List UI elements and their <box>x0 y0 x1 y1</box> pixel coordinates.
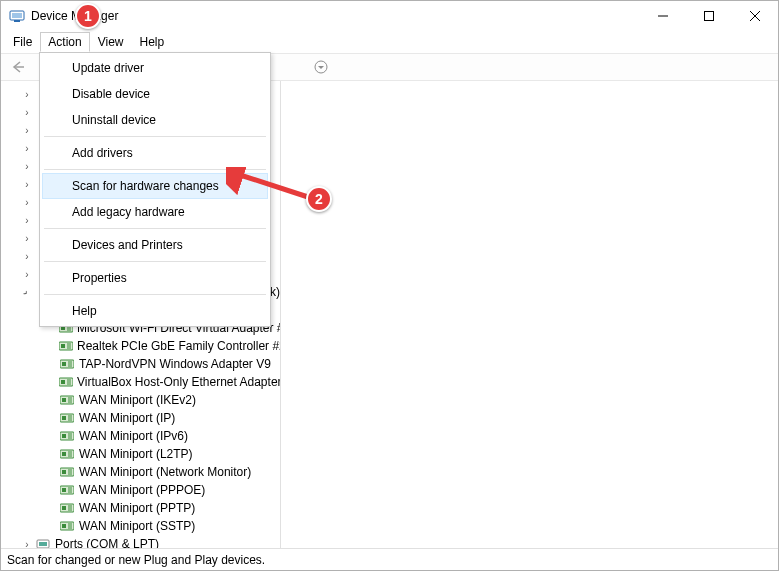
menu-view[interactable]: View <box>90 32 132 52</box>
ports-icon <box>35 537 51 548</box>
device-label: WAN Miniport (IPv6) <box>79 429 188 443</box>
svg-rect-41 <box>62 416 66 420</box>
action-menu-dropdown: Update driver Disable device Uninstall d… <box>39 52 271 327</box>
tree-device-item[interactable]: WAN Miniport (SSTP) <box>1 517 280 535</box>
tree-device-item[interactable]: Realtek PCIe GbE Family Controller #2 <box>1 337 280 355</box>
chevron-down-icon[interactable]: › <box>19 284 34 299</box>
network-adapter-icon <box>59 483 75 497</box>
svg-rect-51 <box>62 452 66 456</box>
menu-separator <box>44 136 266 137</box>
tree-device-item[interactable]: WAN Miniport (IPv6) <box>1 427 280 445</box>
svg-rect-2 <box>14 20 20 22</box>
app-icon <box>9 8 25 24</box>
tree-device-item[interactable]: WAN Miniport (IKEv2) <box>1 391 280 409</box>
menu-add-drivers[interactable]: Add drivers <box>42 140 268 166</box>
tree-device-item[interactable]: WAN Miniport (Network Monitor) <box>1 463 280 481</box>
menu-devices-printers[interactable]: Devices and Printers <box>42 232 268 258</box>
tree-device-item[interactable]: VirtualBox Host-Only Ethernet Adapter <box>1 373 280 391</box>
menu-properties[interactable]: Properties <box>42 265 268 291</box>
chevron-right-icon[interactable]: › <box>21 269 33 280</box>
menu-update-driver[interactable]: Update driver <box>42 55 268 81</box>
svg-rect-31 <box>61 380 65 384</box>
network-adapter-icon <box>59 465 75 479</box>
menu-add-legacy[interactable]: Add legacy hardware <box>42 199 268 225</box>
tree-device-item[interactable]: WAN Miniport (PPPOE) <box>1 481 280 499</box>
chevron-right-icon[interactable]: › <box>21 233 33 244</box>
svg-rect-26 <box>62 362 66 366</box>
device-label: WAN Miniport (L2TP) <box>79 447 193 461</box>
svg-rect-1 <box>12 13 22 18</box>
menu-action[interactable]: Action <box>40 32 89 52</box>
annotation-callout-2: 2 <box>306 186 332 212</box>
network-adapter-icon <box>59 375 73 389</box>
menu-help[interactable]: Help <box>132 32 173 52</box>
svg-rect-56 <box>62 470 66 474</box>
tree-device-item[interactable]: WAN Miniport (IP) <box>1 409 280 427</box>
menu-separator <box>44 294 266 295</box>
svg-rect-36 <box>62 398 66 402</box>
chevron-right-icon[interactable]: › <box>21 89 33 100</box>
device-label: WAN Miniport (PPPOE) <box>79 483 205 497</box>
chevron-right-icon[interactable]: › <box>21 143 33 154</box>
back-button[interactable] <box>7 56 29 78</box>
chevron-right-icon[interactable]: › <box>21 215 33 226</box>
svg-rect-46 <box>62 434 66 438</box>
tree-device-item[interactable]: WAN Miniport (PPTP) <box>1 499 280 517</box>
titlebar: Device Manager <box>1 1 778 31</box>
tree-device-item[interactable]: TAP-NordVPN Windows Adapter V9 <box>1 355 280 373</box>
minimize-button[interactable] <box>640 1 686 31</box>
menu-separator <box>44 169 266 170</box>
chevron-right-icon[interactable]: › <box>21 161 33 172</box>
svg-rect-61 <box>62 488 66 492</box>
device-label: WAN Miniport (IKEv2) <box>79 393 196 407</box>
close-button[interactable] <box>732 1 778 31</box>
device-label: Realtek PCIe GbE Family Controller #2 <box>77 339 281 353</box>
svg-rect-71 <box>62 524 66 528</box>
chevron-right-icon[interactable]: › <box>21 251 33 262</box>
category-label: Ports (COM & LPT) <box>55 537 159 548</box>
network-adapter-icon <box>59 411 75 425</box>
device-label: WAN Miniport (PPTP) <box>79 501 195 515</box>
annotation-callout-1: 1 <box>75 3 101 29</box>
chevron-right-icon[interactable]: › <box>21 539 33 549</box>
network-adapter-icon <box>59 501 75 515</box>
network-adapter-icon <box>59 447 75 461</box>
menu-scan-hardware[interactable]: Scan for hardware changes <box>42 173 268 199</box>
menu-file[interactable]: File <box>5 32 40 52</box>
device-label: WAN Miniport (Network Monitor) <box>79 465 251 479</box>
device-label: WAN Miniport (IP) <box>79 411 175 425</box>
status-text: Scan for changed or new Plug and Play de… <box>7 553 265 567</box>
svg-rect-4 <box>705 12 714 21</box>
window-controls <box>640 1 778 31</box>
svg-rect-76 <box>39 542 47 546</box>
chevron-right-icon[interactable]: › <box>21 107 33 118</box>
chevron-right-icon[interactable]: › <box>21 179 33 190</box>
svg-rect-21 <box>61 344 65 348</box>
chevron-right-icon[interactable]: › <box>21 125 33 136</box>
menubar: File Action View Help <box>1 31 778 53</box>
tree-category-ports[interactable]: › Ports (COM & LPT) <box>1 535 280 548</box>
menu-uninstall-device[interactable]: Uninstall device <box>42 107 268 133</box>
network-adapter-icon <box>59 519 75 533</box>
menu-separator <box>44 261 266 262</box>
network-adapter-icon <box>59 339 73 353</box>
menu-disable-device[interactable]: Disable device <box>42 81 268 107</box>
network-adapter-icon <box>59 357 75 371</box>
menu-help-item[interactable]: Help <box>42 298 268 324</box>
statusbar: Scan for changed or new Plug and Play de… <box>1 548 778 570</box>
network-adapter-icon <box>59 429 75 443</box>
detail-pane <box>281 81 778 548</box>
maximize-button[interactable] <box>686 1 732 31</box>
device-label: WAN Miniport (SSTP) <box>79 519 195 533</box>
network-adapter-icon <box>59 393 75 407</box>
device-label: TAP-NordVPN Windows Adapter V9 <box>79 357 271 371</box>
toolbar-action-icon[interactable] <box>310 56 332 78</box>
device-label: VirtualBox Host-Only Ethernet Adapter <box>77 375 281 389</box>
svg-rect-66 <box>62 506 66 510</box>
menu-separator <box>44 228 266 229</box>
chevron-right-icon[interactable]: › <box>21 197 33 208</box>
tree-device-item[interactable]: WAN Miniport (L2TP) <box>1 445 280 463</box>
